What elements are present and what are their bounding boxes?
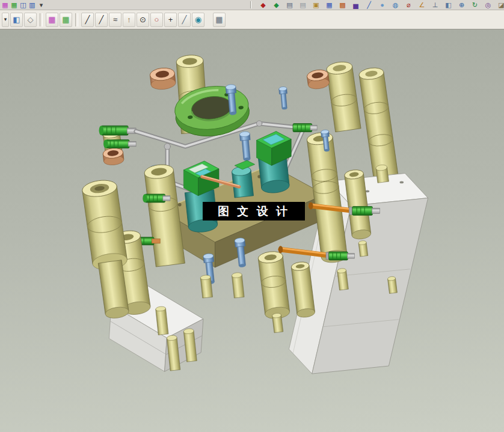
- sketch-line-icon[interactable]: ╱: [81, 13, 94, 27]
- window-split-icon-glyph: ◫: [20, 2, 26, 8]
- scene-display-icon-glyph: ▦: [2, 2, 8, 8]
- document-copy-icon[interactable]: ▤: [299, 1, 307, 9]
- grid-toggle-icon-glyph: ▦: [215, 16, 223, 23]
- quick-pick-icon-glyph: ◉: [195, 16, 201, 23]
- point-tool-icon-glyph: +: [168, 16, 173, 23]
- main-toolbar: ▦▦◫▥▾ ◆◆▤▤▣▦▩▅╱●◍⌀∠⊥◧⊕↻◎◪: [0, 0, 504, 10]
- globe-icon-glyph: ◍: [393, 2, 399, 8]
- green-part-icon-glyph: ◆: [274, 2, 278, 8]
- color-palette-icon-glyph: ▩: [339, 2, 345, 8]
- hose-fitting-left-2[interactable]: [103, 140, 136, 148]
- sketch-toolbar: ▾◧◇▦▦╱╱≈↑⊙○+╱◉▦: [0, 10, 504, 29]
- green-part-icon[interactable]: ◆: [272, 1, 280, 9]
- viewport[interactable]: 图 文 设 计: [0, 29, 504, 432]
- point-tool-icon[interactable]: +: [164, 13, 177, 27]
- color-palette-icon[interactable]: ▩: [339, 1, 346, 9]
- datum-plane-icon[interactable]: ⊥: [431, 1, 439, 9]
- window-split-icon[interactable]: ◫: [19, 1, 27, 9]
- sphere-icon-glyph: ●: [380, 2, 384, 8]
- guide-pillar-center-bottom[interactable]: [257, 251, 290, 320]
- sketch-line-icon-glyph: ╱: [85, 16, 90, 23]
- render-style-icon[interactable]: ◪: [497, 1, 504, 9]
- model-canvas[interactable]: [0, 29, 504, 432]
- angle-measure-icon-glyph: ∠: [419, 2, 425, 8]
- toolbar-separator: [75, 13, 78, 26]
- shaded-view-icon[interactable]: ◧: [10, 13, 23, 27]
- histogram-icon-glyph: ▅: [353, 2, 358, 8]
- datum-axis-icon[interactable]: ↑: [123, 13, 135, 27]
- toolbar-separator: [40, 13, 43, 26]
- render-style-icon-glyph: ◪: [498, 2, 504, 8]
- red-part-icon[interactable]: ◆: [259, 1, 267, 9]
- angle-measure-icon[interactable]: ∠: [418, 1, 426, 9]
- wireframe-view-icon[interactable]: ◇: [24, 13, 37, 27]
- display-dropdown-icon-glyph: ▾: [40, 2, 43, 8]
- display-dropdown-icon[interactable]: ▾: [37, 1, 45, 9]
- toolbar-grip[interactable]: [250, 1, 251, 8]
- wcs-icon[interactable]: ⊕: [458, 1, 466, 9]
- sketch-spline-icon[interactable]: ≈: [109, 13, 121, 27]
- diagonal-line-icon-glyph: ╱: [367, 2, 371, 8]
- sketch-circle-icon-glyph: ○: [155, 16, 159, 23]
- cap-screw-3[interactable]: [239, 131, 252, 161]
- guide-bushing-top-left[interactable]: [149, 67, 176, 91]
- circle-center-icon[interactable]: ⊙: [137, 13, 149, 27]
- snap-enable-grid-icon-glyph: ▦: [62, 16, 69, 23]
- cap-screw-2[interactable]: [278, 87, 288, 110]
- watermark: 图 文 设 计: [203, 202, 305, 221]
- support-stub-right-top[interactable]: [375, 164, 389, 183]
- view-dropdown-icon[interactable]: ▾: [2, 13, 9, 27]
- quick-pick-icon[interactable]: ◉: [192, 13, 204, 27]
- main-toolbar-right-icons: ◆◆▤▤▣▦▩▅╱●◍⌀∠⊥◧⊕↻◎◪: [259, 1, 504, 9]
- main-toolbar-right-group: ◆◆▤▤▣▦▩▅╱●◍⌀∠⊥◧⊕↻◎◪: [248, 1, 503, 9]
- guide-pillar-center-left[interactable]: [144, 163, 185, 267]
- diameter-icon[interactable]: ⌀: [405, 1, 413, 9]
- wireframe-view-icon-glyph: ◇: [28, 16, 34, 23]
- diagonal-line-icon[interactable]: ╱: [365, 1, 373, 9]
- hose-fitting-left-1[interactable]: [99, 126, 137, 135]
- sketch-profile-icon-glyph: ╱: [99, 16, 104, 23]
- red-part-icon-glyph: ◆: [260, 2, 265, 8]
- grid-toggle-icon[interactable]: ▦: [213, 13, 226, 27]
- folder-icon-glyph: ▣: [313, 2, 319, 8]
- diameter-icon-glyph: ⌀: [407, 2, 411, 8]
- layout-grid-icon[interactable]: ▦: [10, 1, 18, 9]
- view-panel-icon[interactable]: ▥: [28, 1, 36, 9]
- sphere-icon[interactable]: ●: [378, 1, 386, 9]
- main-toolbar-left-group: ▦▦◫▥▾: [1, 1, 45, 9]
- hose-fitting-top-right[interactable]: [293, 124, 317, 132]
- refresh-view-icon[interactable]: ↻: [471, 1, 479, 9]
- camera-view-icon[interactable]: ◎: [484, 1, 492, 9]
- view-dropdown-icon-glyph: ▾: [4, 17, 7, 22]
- ejector-pin-center-1[interactable]: [232, 272, 244, 298]
- sketch-profile-icon[interactable]: ╱: [95, 13, 108, 27]
- cad-application-window: ▦▦◫▥▾ ◆◆▤▤▣▦▩▅╱●◍⌀∠⊥◧⊕↻◎◪ ▾◧◇▦▦╱╱≈↑⊙○+╱◉…: [0, 0, 504, 432]
- table-grid-icon-glyph: ▦: [326, 2, 332, 8]
- view-panel-icon-glyph: ▥: [29, 2, 35, 8]
- line-point-icon[interactable]: ╱: [178, 13, 191, 27]
- ejector-pin-center-2[interactable]: [200, 275, 213, 298]
- table-grid-icon[interactable]: ▦: [325, 1, 333, 9]
- circle-center-icon-glyph: ⊙: [140, 16, 146, 23]
- document-icon-glyph: ▤: [286, 2, 292, 8]
- document-copy-icon-glyph: ▤: [300, 2, 306, 8]
- histogram-icon[interactable]: ▅: [352, 1, 360, 9]
- document-icon[interactable]: ▤: [286, 1, 293, 9]
- snap-point-grid-icon[interactable]: ▦: [46, 13, 58, 27]
- refresh-view-icon-glyph: ↻: [472, 2, 478, 8]
- guide-pillar-top-right[interactable]: [326, 61, 361, 132]
- line-point-icon-glyph: ╱: [182, 16, 187, 23]
- datum-axis-icon-glyph: ↑: [127, 16, 131, 23]
- camera-view-icon-glyph: ◎: [485, 2, 491, 8]
- globe-icon[interactable]: ◍: [392, 1, 399, 9]
- core-cylinder-middle[interactable]: [232, 166, 254, 198]
- sketch-spline-icon-glyph: ≈: [113, 16, 117, 23]
- snap-point-grid-icon-glyph: ▦: [48, 16, 55, 23]
- sketch-circle-icon[interactable]: ○: [150, 13, 163, 27]
- snap-enable-grid-icon[interactable]: ▦: [60, 13, 72, 27]
- section-view-icon[interactable]: ◧: [444, 1, 452, 9]
- guide-bushing-top-right[interactable]: [306, 68, 330, 90]
- folder-icon[interactable]: ▣: [312, 1, 320, 9]
- scene-display-icon[interactable]: ▦: [1, 1, 9, 9]
- datum-plane-icon-glyph: ⊥: [432, 2, 438, 8]
